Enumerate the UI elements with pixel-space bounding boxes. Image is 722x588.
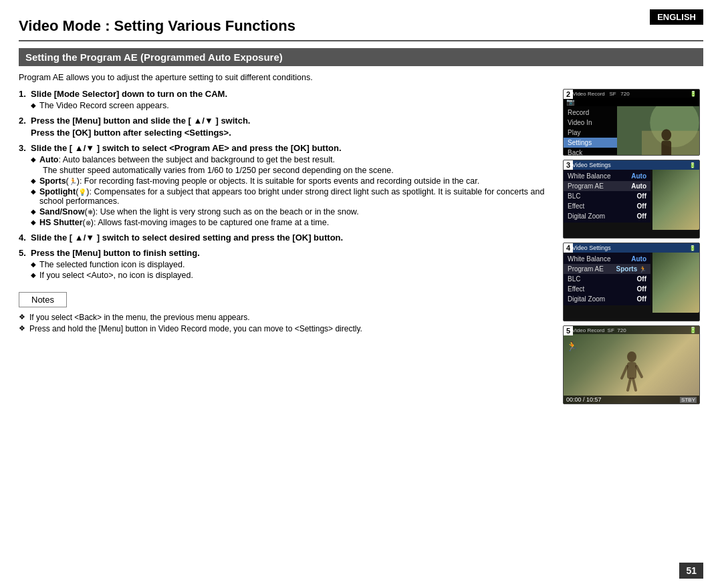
panel-5-topbar: ● Video Record SF 720 🔋	[564, 326, 699, 334]
panel-2-topbar: ● Video Record SF 720 🔋	[564, 90, 699, 98]
step-1-sub-1: The Video Record screen appears.	[31, 101, 552, 110]
step-5: 5. Press the [Menu] button to finish set…	[19, 248, 552, 280]
menu-videoin: Video In	[564, 118, 617, 128]
panel-5-topbar-text: Video Record SF 720	[572, 327, 626, 333]
step-1-text: Slide [Mode Selector] down to turn on th…	[31, 89, 227, 99]
step-5-sub-2-text: If you select <Auto>, no icon is display…	[39, 271, 193, 280]
panel-5-inner: ● Video Record SF 720 🔋 🏃	[564, 326, 699, 404]
step-1-title: 1. Slide [Mode Selector] down to turn on…	[19, 89, 552, 99]
svg-line-9	[628, 379, 630, 390]
panel-3-row-dz: Digital Zoom Off	[564, 211, 650, 221]
panel-3-bg	[652, 170, 699, 230]
panel-3-battery: 🔋	[689, 162, 696, 168]
panel-4-row-pae: Program AE Sports 🏃	[564, 264, 650, 274]
panel-2-battery: 🔋	[690, 91, 697, 97]
panel-4-row-effect: Effect Off	[564, 284, 650, 294]
step-3-num: 3.	[19, 143, 26, 153]
panel-2-photo	[617, 106, 699, 156]
language-badge: ENGLISH	[650, 9, 703, 25]
menu-record: Record	[564, 108, 617, 118]
panel-3-row-pae: Program AE Auto	[564, 181, 650, 191]
panel-3-row-effect: Effect Off	[564, 201, 650, 211]
step-2-text: Press the [Menu] button and slide the [ …	[31, 116, 250, 126]
panel-3-blc-label: BLC	[568, 192, 580, 200]
panel-3-row-wb: White Balance Auto	[564, 171, 650, 181]
cam-panel-4: 4 ● Video Settings 🔋 White Balance Auto	[563, 243, 700, 321]
step-4-num: 4.	[19, 233, 26, 243]
panel-3-effect-label: Effect	[568, 202, 584, 210]
step-1: 1. Slide [Mode Selector] down to turn on…	[19, 89, 552, 110]
panel-4-row-wb: White Balance Auto	[564, 254, 650, 264]
step-5-sub-2: If you select <Auto>, no icon is display…	[31, 271, 552, 280]
left-column: 1. Slide [Mode Selector] down to turn on…	[19, 89, 552, 404]
step-3-auto-text: Auto: Auto balances between the subject …	[39, 155, 335, 164]
step-5-sub-1: The selected function icon is displayed.	[31, 260, 552, 269]
step-5-num: 5.	[19, 248, 26, 258]
panel-5-stby-box: STBY	[680, 396, 697, 403]
step-3-hs-text: HS Shutter(⊗): Allows fast-moving images…	[39, 218, 329, 227]
panel-3-wb-value: Auto	[631, 172, 646, 180]
notes-box: Notes	[19, 292, 67, 307]
panel-4-blc-label: BLC	[568, 275, 580, 283]
panel-4-row-dz: Digital Zoom Off	[564, 294, 650, 304]
step-3-sub-spotlight: Spotlight(💡): Compensates for a subject …	[31, 187, 552, 206]
menu-settings: Settings	[564, 138, 617, 148]
step-3-sub-sand: Sand/Snow(❄): Use when the light is very…	[31, 207, 552, 216]
step-3-sub-sports: Sports(🏃): For recording fast-moving peo…	[31, 176, 552, 186]
panel-3-titlebar: ● Video Settings 🔋	[564, 160, 699, 170]
step-3-sand-text: Sand/Snow(❄): Use when the light is very…	[39, 207, 359, 216]
panel-3-effect-value: Off	[637, 202, 646, 210]
panel-3-blc-value: Off	[637, 192, 646, 200]
panel-2-menu: Record Video In Play Settings Back	[564, 106, 617, 156]
step-1-num: 1.	[19, 89, 26, 99]
panel-4-pae-value: Sports 🏃	[616, 265, 646, 273]
step-3-sports-text: Sports(🏃): For recording fast-moving peo…	[39, 176, 479, 186]
step-1-sub-1-text: The Video Record screen appears.	[39, 101, 169, 110]
panel-4-bg	[652, 253, 699, 313]
panel-2-topbar-text: Video Record SF 720	[572, 91, 629, 97]
panel-2-inner: Record Video In Play Settings Back	[564, 106, 699, 156]
step-3-sub-hs: HS Shutter(⊗): Allows fast-moving images…	[31, 218, 552, 227]
step-4: 4. Slide the [ ▲/▼ ] switch to select de…	[19, 233, 552, 243]
panel-3-row-blc: BLC Off	[564, 191, 650, 201]
content-area: 1. Slide [Mode Selector] down to turn on…	[19, 89, 703, 404]
panel-4-battery: 🔋	[689, 245, 696, 251]
step-4-text: Slide the [ ▲/▼ ] switch to select desir…	[31, 233, 343, 243]
panel-4-pae-label: Program AE	[568, 265, 604, 273]
panel-4-title: Video Settings	[572, 245, 611, 251]
step-4-title: 4. Slide the [ ▲/▼ ] switch to select de…	[19, 233, 552, 243]
panel-5-step: 5	[564, 326, 573, 335]
panel-5-figure-svg	[618, 351, 645, 392]
svg-line-10	[633, 379, 636, 390]
step-5-title: 5. Press the [Menu] button to finish set…	[19, 248, 552, 258]
step-3-auto-detail: The shutter speed automatically varies f…	[43, 166, 552, 175]
panel-4-row-blc: BLC Off	[564, 274, 650, 284]
step-3-spotlight-text: Spotlight(💡): Compensates for a subject …	[39, 187, 552, 206]
panel-4-dz-value: Off	[637, 295, 646, 303]
step-3: 3. Slide the [ ▲/▼ ] switch to select <P…	[19, 143, 552, 227]
page-container: ENGLISH Video Mode : Setting Various Fun…	[0, 0, 722, 588]
panel-4-wb-value: Auto	[631, 255, 646, 263]
page-title: Video Mode : Setting Various Functions	[19, 17, 703, 41]
panel-5-battery: 🔋	[689, 327, 697, 333]
panel-3-content: White Balance Auto Program AE Auto BLC O…	[564, 170, 699, 223]
panel-4-wb-label: White Balance	[568, 255, 610, 263]
step-3-text: Slide the [ ▲/▼ ] switch to select <Prog…	[31, 143, 341, 153]
note-item-1: If you select <Back> in the menu, the pr…	[19, 313, 552, 322]
menu-back: Back	[564, 148, 617, 156]
svg-rect-6	[627, 362, 636, 379]
svg-line-7	[622, 366, 627, 378]
panel-3-step: 3	[564, 160, 573, 170]
svg-line-8	[636, 366, 642, 377]
step-2-num: 2.	[19, 116, 26, 126]
cam-panel-3: 3 ● Video Settings 🔋 White Balance Auto	[563, 160, 700, 239]
step-5-text: Press the [Menu] button to finish settin…	[31, 248, 200, 258]
panel-5-statusbar: 00:00 / 10:57 STBY	[564, 396, 699, 404]
page-number: 51	[679, 563, 703, 579]
step-2-title: 2. Press the [Menu] button and slide the…	[19, 116, 552, 126]
panel-5-stby: STBY	[680, 397, 697, 403]
section-header: Setting the Program AE (Programmed Auto …	[19, 48, 703, 66]
step-2: 2. Press the [Menu] button and slide the…	[19, 116, 552, 138]
panel-4-effect-value: Off	[637, 285, 646, 293]
panel-5-time: 00:00 / 10:57	[566, 396, 602, 403]
